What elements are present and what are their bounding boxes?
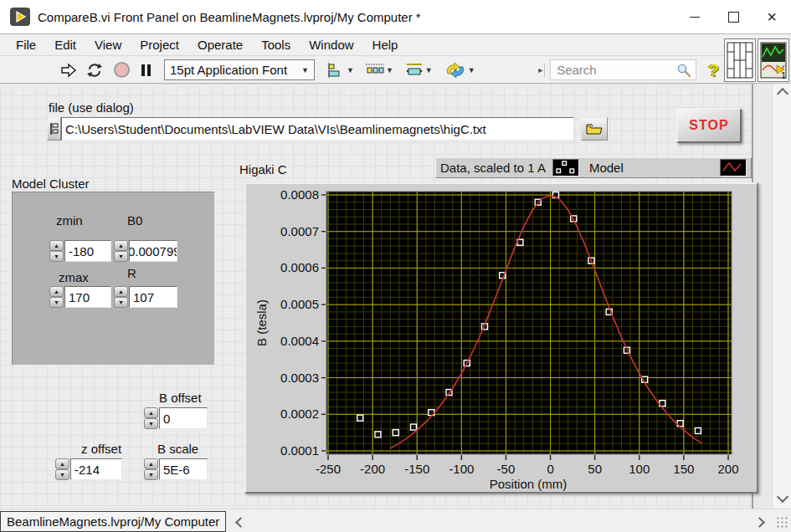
x-tick-label: -150 — [404, 462, 429, 476]
plot-area: -250-200-150-100-500501001502000.00010.0… — [246, 184, 757, 492]
file-path-label: file (use dialog) — [49, 100, 134, 115]
maximize-button[interactable] — [714, 0, 752, 33]
x-axis-title: Position (mm) — [490, 477, 568, 491]
menu-tools[interactable]: Tools — [252, 38, 300, 52]
data-point-marker — [393, 430, 398, 436]
x-tick-label: -250 — [316, 462, 341, 476]
legend-swatch-model[interactable] — [720, 159, 747, 176]
scroll-right-button[interactable] — [752, 516, 766, 528]
graph-legend: Data, scaled to 1 AModel — [435, 157, 752, 178]
titlebar: CompareB.vi Front Panel on BeamlineMagne… — [0, 0, 791, 34]
font-selector[interactable]: 15pt Application Font ▼ — [164, 59, 315, 80]
y-tick-label: 0.0006 — [280, 260, 319, 274]
z-offset-field[interactable]: -214 — [70, 458, 122, 480]
legend-label-model: Model — [589, 161, 624, 175]
resize-objects-icon — [405, 63, 424, 78]
run-icon — [60, 63, 77, 78]
b-offset-field[interactable]: 0 — [159, 407, 208, 429]
connector-pane-icon[interactable] — [724, 38, 756, 82]
b0-spinner[interactable]: ▲▼ — [114, 240, 128, 262]
menu-project[interactable]: Project — [131, 38, 188, 52]
horizontal-scrollbar[interactable]: BeamlineMagnets.lvproj/My Computer — [0, 509, 791, 532]
menu-edit[interactable]: Edit — [45, 38, 85, 52]
reorder-objects-button[interactable]: ▼ — [444, 62, 475, 79]
run-button[interactable] — [59, 59, 79, 81]
menu-file[interactable]: File — [7, 38, 45, 52]
abort-button[interactable] — [111, 59, 131, 81]
graph-title: Higaki C — [239, 162, 287, 176]
r-field[interactable]: 107 — [129, 286, 177, 308]
x-tick-label: -200 — [360, 462, 385, 476]
stop-button[interactable]: STOP — [676, 108, 742, 143]
scroll-down-button[interactable] — [773, 490, 791, 504]
xy-graph: -250-200-150-100-500501001502000.00010.0… — [244, 182, 758, 494]
menu-view[interactable]: View — [85, 38, 131, 52]
resize-objects-button[interactable]: ▼ — [405, 63, 433, 78]
vi-icon[interactable]: 1 — [758, 38, 789, 82]
search-box — [550, 59, 696, 80]
chevron-down-icon: ▼ — [386, 66, 393, 74]
y-tick-label: 0.0008 — [280, 187, 319, 202]
legend-swatch-data[interactable] — [552, 159, 579, 176]
b-scale-field[interactable]: 5E-6 — [159, 458, 208, 480]
vi-icon-number: 1 — [781, 70, 786, 80]
close-button[interactable]: × — [752, 0, 791, 33]
zmax-label: zmax — [59, 270, 89, 284]
toolbar: 15pt Application Font ▼ ▼ ▼ ▼ ▼ ▸ — [0, 57, 791, 84]
distribute-objects-button[interactable]: ▼ — [366, 63, 393, 78]
r-spinner[interactable]: ▲▼ — [114, 286, 128, 308]
b-scale-spinner[interactable]: ▲▼ — [144, 458, 158, 480]
y-tick-label: 0.0002 — [280, 407, 319, 421]
search-icon[interactable] — [676, 63, 691, 78]
chevron-down-icon — [776, 491, 788, 503]
zmax-field[interactable]: 170 — [64, 286, 111, 308]
x-tick-label: 200 — [717, 462, 738, 476]
b0-field[interactable]: 0.000799 — [129, 240, 177, 262]
align-objects-button[interactable]: ▼ — [326, 63, 354, 78]
zmin-spinner[interactable]: ▲▼ — [49, 240, 64, 262]
minimize-button[interactable] — [675, 0, 714, 33]
browse-button[interactable] — [581, 117, 608, 141]
y-tick-label: 0.0007 — [280, 224, 319, 238]
b-offset-label: B offset — [159, 391, 202, 405]
x-tick-label: 0 — [547, 462, 553, 476]
search-input[interactable] — [555, 62, 671, 78]
y-tick-label: 0.0005 — [280, 297, 319, 311]
scroll-left-button[interactable] — [234, 516, 247, 528]
align-objects-icon — [326, 63, 345, 78]
zmax-spinner[interactable]: ▲▼ — [49, 286, 64, 308]
file-path-field[interactable]: C:\Users\Student\Documents\LabVIEW Data\… — [61, 117, 574, 141]
scroll-up-button[interactable] — [773, 87, 791, 100]
path-type-icon — [47, 117, 61, 141]
vertical-scrollbar[interactable] — [772, 84, 791, 509]
run-continuous-button[interactable] — [84, 59, 105, 81]
chevron-down-icon: ▼ — [347, 66, 354, 74]
legend-label-data: Data, scaled to 1 A — [440, 161, 546, 175]
window-title: CompareB.vi Front Panel on BeamlineMagne… — [38, 10, 421, 24]
x-tick-label: 150 — [673, 462, 694, 476]
x-tick-label: 100 — [629, 462, 650, 476]
font-selector-label: 15pt Application Font — [170, 63, 287, 77]
pause-icon — [141, 64, 145, 76]
help-icon[interactable]: ? — [708, 60, 719, 80]
stop-button-label: STOP — [689, 118, 728, 133]
menu-operate[interactable]: Operate — [188, 38, 252, 52]
z-offset-spinner[interactable]: ▲▼ — [55, 458, 69, 480]
zmin-field[interactable]: -180 — [64, 240, 111, 262]
chevron-down-icon: ▼ — [468, 66, 475, 74]
execution-target-box: BeamlineMagnets.lvproj/My Computer — [0, 511, 226, 532]
data-point-marker — [695, 427, 701, 433]
folder-icon — [586, 123, 603, 136]
reorder-objects-icon — [444, 62, 466, 79]
y-tick-label: 0.0003 — [280, 371, 319, 385]
menu-window[interactable]: Window — [300, 38, 362, 52]
b-offset-spinner[interactable]: ▲▼ — [144, 407, 158, 429]
run-continuous-icon — [85, 62, 104, 79]
menu-help[interactable]: Help — [363, 38, 408, 52]
pause-button[interactable] — [137, 59, 154, 81]
toolbar-overflow-icon[interactable]: ▸ — [538, 64, 545, 77]
menubar: FileEditViewProjectOperateToolsWindowHel… — [0, 34, 791, 56]
x-tick-label: -100 — [449, 462, 474, 476]
zmin-label: zmin — [56, 213, 83, 228]
window-resize-grip[interactable] — [776, 516, 789, 529]
